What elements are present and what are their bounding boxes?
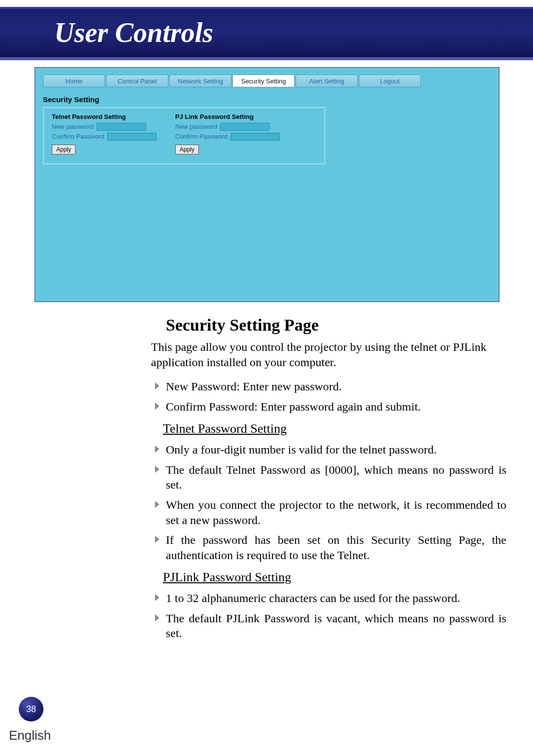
manual-page: User Controls Home Control Panel Network… <box>0 0 533 756</box>
telnet-column: Telnet Password Setting New password Con… <box>52 112 156 154</box>
pjlink-subheading: PJLink Password Setting <box>163 570 506 585</box>
bullet-text: Confirm Password: Enter password again a… <box>166 400 421 413</box>
telnet-subheading: Telnet Password Setting <box>163 421 506 436</box>
bullet-pjlink-2: The default PJLink Password is vacant, w… <box>151 611 506 641</box>
bullet-icon <box>155 594 159 601</box>
tab-alert-setting[interactable]: Alert Setting <box>296 75 358 87</box>
tab-network-setting[interactable]: Network Setting <box>169 75 231 87</box>
page-number-badge: 38 <box>19 697 43 721</box>
security-setting-screenshot: Home Control Panel Network Setting Secur… <box>35 67 499 302</box>
bullet-text: 1 to 32 alphanumeric characters can be u… <box>166 592 460 605</box>
bullet-icon <box>155 501 159 508</box>
pjlink-confirm-pw-label: Confirm Password <box>175 132 228 142</box>
section-heading: Security Setting <box>43 95 99 104</box>
bullet-telnet-1: Only a four-digit number is valid for th… <box>151 442 506 457</box>
telnet-bullets: Only a four-digit number is valid for th… <box>151 442 506 563</box>
pjlink-bullets: 1 to 32 alphanumeric characters can be u… <box>151 591 506 641</box>
pjlink-column: PJ Link Password Setting New password Co… <box>175 112 280 154</box>
tab-logout[interactable]: Logout <box>359 75 421 87</box>
pjlink-new-pw-input[interactable] <box>220 123 269 131</box>
bullet-telnet-3: When you connect the projector to the ne… <box>151 497 506 528</box>
bullet-icon <box>155 614 159 621</box>
general-bullets: New Password: Enter new password. Confir… <box>151 379 506 414</box>
telnet-new-pw-label: New password <box>52 122 94 132</box>
bullet-icon <box>155 466 159 473</box>
bullet-text: The default PJLink Password is vacant, w… <box>166 612 506 640</box>
nav-tabs: Home Control Panel Network Setting Secur… <box>43 75 421 87</box>
bullet-new-password: New Password: Enter new password. <box>151 379 506 394</box>
top-margin <box>0 0 533 7</box>
bullet-text: If the password has been set on this Sec… <box>166 533 506 562</box>
bullet-icon <box>155 446 159 453</box>
pjlink-new-pw-label: New password <box>175 122 217 132</box>
telnet-heading: Telnet Password Setting <box>52 112 126 122</box>
bullet-pjlink-1: 1 to 32 alphanumeric characters can be u… <box>151 591 506 606</box>
telnet-confirm-pw-label: Confirm Password <box>52 132 104 142</box>
telnet-apply-button[interactable]: Apply <box>52 145 76 154</box>
bullet-text: When you connect the projector to the ne… <box>166 498 506 527</box>
language-label: English <box>9 728 51 743</box>
chapter-title: User Controls <box>54 17 213 48</box>
bullet-text: New Password: Enter new password. <box>166 380 342 393</box>
telnet-new-pw-input[interactable] <box>97 123 146 131</box>
intro-paragraph: This page allow you control the projecto… <box>151 340 506 370</box>
bullet-icon <box>155 536 159 543</box>
tab-control-panel[interactable]: Control Panel <box>106 75 168 87</box>
bullet-text: The default Telnet Password as [0000], w… <box>166 463 506 491</box>
pjlink-confirm-pw-input[interactable] <box>230 133 280 141</box>
telnet-confirm-pw-input[interactable] <box>107 133 156 141</box>
pjlink-apply-button[interactable]: Apply <box>175 145 199 154</box>
page-title: Security Setting Page <box>166 316 506 335</box>
tab-home[interactable]: Home <box>43 75 105 87</box>
doc-content: Security Setting Page This page allow yo… <box>151 316 506 646</box>
bullet-text: Only a four-digit number is valid for th… <box>166 443 437 456</box>
bullet-confirm-password: Confirm Password: Enter password again a… <box>151 399 506 415</box>
tab-security-setting[interactable]: Security Setting <box>232 75 295 87</box>
bullet-telnet-4: If the password has been set on this Sec… <box>151 532 506 563</box>
chapter-header: User Controls <box>0 7 533 60</box>
bullet-icon <box>155 382 159 389</box>
bullet-telnet-2: The default Telnet Password as [0000], w… <box>151 462 506 492</box>
bullet-icon <box>155 403 159 410</box>
settings-panel: Telnet Password Setting New password Con… <box>43 107 325 164</box>
pjlink-heading: PJ Link Password Setting <box>175 112 254 122</box>
